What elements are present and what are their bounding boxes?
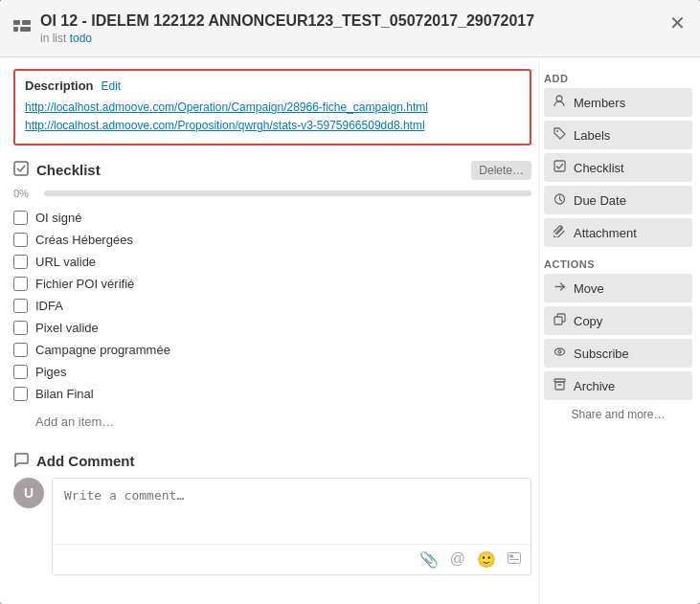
copy-button[interactable]: Copy xyxy=(544,306,692,335)
checklist-icon xyxy=(13,161,29,179)
checklist-checkbox-5[interactable] xyxy=(13,299,28,313)
attachment-icon[interactable]: 📎 xyxy=(418,548,440,570)
description-link-1[interactable]: http://localhost.admoove.com/Operation/C… xyxy=(25,99,520,117)
description-title: Description xyxy=(25,78,94,93)
sidebar: Add Members Labels xyxy=(539,57,700,604)
list-link[interactable]: todo xyxy=(70,32,92,45)
checklist-checkbox-1[interactable] xyxy=(13,211,28,225)
list-item: Fichier POI vérifié xyxy=(13,273,531,295)
checklist-add-button[interactable]: Checklist xyxy=(544,153,692,182)
list-item: OI signé xyxy=(13,207,531,229)
description-links: http://localhost.admoove.com/Operation/C… xyxy=(25,99,520,135)
svg-point-8 xyxy=(556,96,562,101)
checklist-checkbox-8[interactable] xyxy=(13,365,28,379)
svg-rect-4 xyxy=(14,162,28,175)
copy-label: Copy xyxy=(574,314,602,328)
labels-button[interactable]: Labels xyxy=(544,121,692,149)
comment-section-header: Add Comment xyxy=(13,452,531,470)
list-item: Créas Hébergées xyxy=(13,229,531,251)
modal-body: Description Edit http://localhost.admoov… xyxy=(0,57,700,604)
card-insert-icon[interactable] xyxy=(506,548,523,570)
close-button[interactable]: ✕ xyxy=(664,10,690,36)
mention-icon[interactable]: @ xyxy=(448,548,467,570)
checklist-items: OI signé Créas Hébergées URL valide Fich… xyxy=(13,207,531,405)
checklist-delete-link[interactable]: Delete… xyxy=(471,161,531,180)
progress-label: 0% xyxy=(13,188,36,199)
main-content: Description Edit http://localhost.admoov… xyxy=(0,57,539,604)
add-comment-section: Add Comment U 📎 @ 🙂 xyxy=(13,452,531,575)
members-label: Members xyxy=(574,96,625,110)
attachment-add-button[interactable]: Attachment xyxy=(544,218,692,247)
modal-title: OI 12 - IDELEM 122122 ANNONCEUR123_TEST_… xyxy=(40,11,534,30)
actions-section-title: Actions xyxy=(544,258,692,270)
add-item-row xyxy=(13,411,531,433)
modal-header-text: OI 12 - IDELEM 122122 ANNONCEUR123_TEST_… xyxy=(40,11,534,45)
members-icon xyxy=(553,95,566,110)
checklist-label-2[interactable]: Créas Hébergées xyxy=(35,233,133,247)
due-date-icon xyxy=(553,192,566,208)
checklist-label-6[interactable]: Pixel valide xyxy=(35,321,99,335)
archive-button[interactable]: Archive xyxy=(544,371,692,400)
checklist-header: Checklist Delete… xyxy=(13,161,531,180)
svg-rect-5 xyxy=(508,553,521,564)
attachment-add-label: Attachment xyxy=(574,226,637,240)
list-item: Campagne programmée xyxy=(13,339,531,361)
due-date-label: Due Date xyxy=(574,193,626,208)
comment-textarea[interactable] xyxy=(53,479,531,541)
labels-label: Labels xyxy=(574,128,610,143)
svg-point-13 xyxy=(555,348,565,355)
progress-bar-background xyxy=(44,190,531,196)
checklist-checkbox-2[interactable] xyxy=(13,233,28,247)
checklist-section: Checklist Delete… 0% OI signé xyxy=(13,161,531,433)
list-item: URL valide xyxy=(13,251,531,273)
attachment-add-icon xyxy=(553,225,566,240)
due-date-button[interactable]: Due Date xyxy=(544,186,692,214)
move-button[interactable]: Move xyxy=(544,274,692,302)
card-icon xyxy=(13,20,31,37)
move-icon xyxy=(553,280,566,296)
modal-subtitle: in list todo xyxy=(40,32,534,45)
progress-row: 0% xyxy=(13,188,531,199)
svg-rect-16 xyxy=(555,382,564,390)
checklist-checkbox-7[interactable] xyxy=(13,343,28,357)
checklist-label-4[interactable]: Fichier POI vérifié xyxy=(35,277,134,291)
checklist-checkbox-3[interactable] xyxy=(13,255,28,269)
labels-icon xyxy=(553,127,566,143)
move-label: Move xyxy=(574,281,604,296)
svg-rect-6 xyxy=(509,555,513,558)
description-edit-link[interactable]: Edit xyxy=(102,79,122,93)
svg-rect-7 xyxy=(509,559,519,560)
checklist-checkbox-9[interactable] xyxy=(13,387,28,401)
modal-header: OI 12 - IDELEM 122122 ANNONCEUR123_TEST_… xyxy=(0,0,700,57)
checklist-label-8[interactable]: Piges xyxy=(35,365,67,379)
checklist-checkbox-6[interactable] xyxy=(13,321,28,335)
checklist-label-3[interactable]: URL valide xyxy=(35,255,96,269)
description-label-row: Description Edit xyxy=(25,78,520,93)
checklist-checkbox-4[interactable] xyxy=(13,277,28,291)
copy-icon xyxy=(553,313,566,328)
checklist-label-7[interactable]: Campagne programmée xyxy=(35,343,170,357)
modal-container: OI 12 - IDELEM 122122 ANNONCEUR123_TEST_… xyxy=(0,0,700,604)
members-button[interactable]: Members xyxy=(544,88,692,117)
svg-rect-2 xyxy=(13,27,18,32)
subscribe-button[interactable]: Subscribe xyxy=(544,339,692,368)
checklist-label-9[interactable]: Bilan Final xyxy=(35,387,94,401)
subscribe-icon xyxy=(553,346,566,361)
checklist-add-label: Checklist xyxy=(574,161,624,175)
archive-icon xyxy=(553,378,566,393)
add-section-title: Add xyxy=(544,73,692,84)
checklist-label-1[interactable]: OI signé xyxy=(35,211,81,225)
description-link-2[interactable]: http://localhost.admoove.com/Proposition… xyxy=(25,117,520,135)
list-item: Pixel valide xyxy=(13,317,531,339)
add-item-input[interactable] xyxy=(35,411,531,433)
comment-icon xyxy=(13,452,29,470)
share-more-link[interactable]: Share and more… xyxy=(544,408,692,421)
checklist-label-5[interactable]: IDFA xyxy=(35,299,63,313)
svg-rect-0 xyxy=(13,20,20,25)
svg-rect-1 xyxy=(22,20,31,25)
emoji-icon[interactable]: 🙂 xyxy=(475,548,498,570)
svg-rect-12 xyxy=(554,317,562,324)
checklist-title: Checklist xyxy=(36,162,101,178)
svg-point-9 xyxy=(556,130,558,132)
svg-rect-10 xyxy=(554,161,565,171)
